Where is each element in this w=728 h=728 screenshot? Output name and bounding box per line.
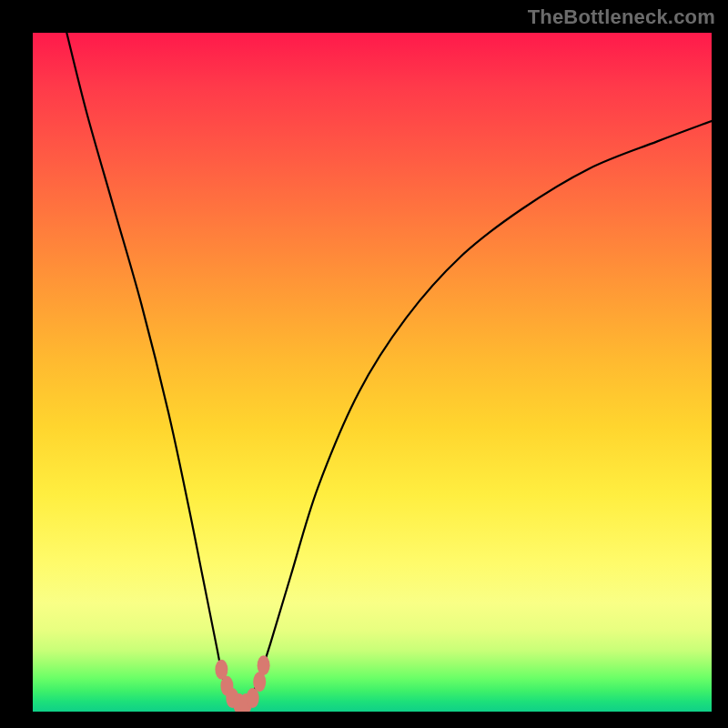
curve-layer (33, 33, 712, 712)
plot-area (33, 33, 712, 712)
watermark-text: TheBottleneck.com (528, 5, 715, 29)
chart-frame: TheBottleneck.com (0, 0, 728, 728)
marker-group (215, 655, 269, 712)
curve-marker (258, 655, 270, 675)
bottleneck-curve (66, 33, 712, 705)
